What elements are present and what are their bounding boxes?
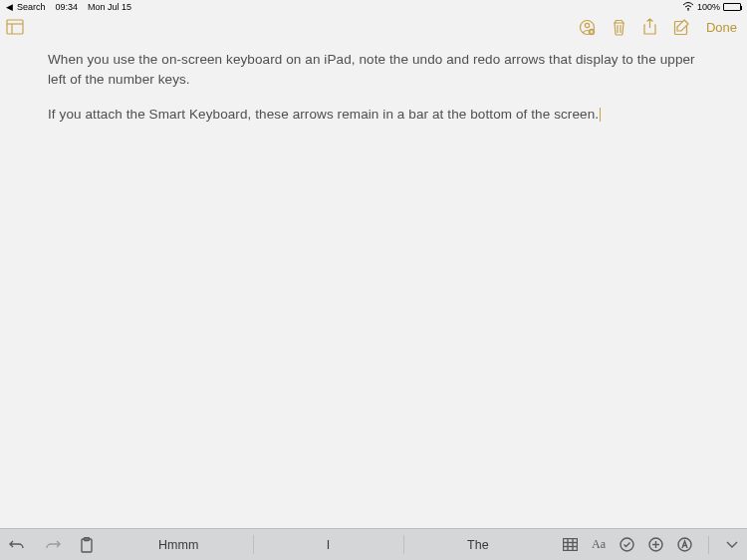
- done-button[interactable]: Done: [706, 20, 737, 35]
- note-body[interactable]: When you use the on-screen keyboard on a…: [0, 40, 747, 528]
- back-arrow-icon[interactable]: ◀: [6, 2, 13, 12]
- svg-point-15: [621, 538, 633, 551]
- svg-point-0: [687, 9, 689, 11]
- wifi-icon: [682, 2, 694, 13]
- text-format-icon[interactable]: Aa: [592, 537, 606, 552]
- notes-list-icon[interactable]: [6, 19, 24, 35]
- battery-pct: 100%: [697, 2, 720, 12]
- undo-icon[interactable]: [8, 538, 26, 552]
- prediction-bar: Hmmm I The: [104, 529, 553, 560]
- prediction-item[interactable]: I: [253, 529, 402, 560]
- share-icon[interactable]: [642, 18, 657, 36]
- divider: [708, 536, 709, 554]
- note-paragraph: If you attach the Smart Keyboard, these …: [48, 105, 699, 125]
- ios-status-bar: ◀ Search 09:34 Mon Jul 15 100%: [0, 0, 747, 14]
- table-icon[interactable]: [563, 538, 578, 551]
- svg-rect-1: [7, 20, 23, 34]
- status-date: Mon Jul 15: [88, 2, 131, 12]
- text-cursor: [600, 108, 601, 122]
- checklist-icon[interactable]: [620, 537, 634, 552]
- prediction-item[interactable]: Hmmm: [104, 529, 253, 560]
- note-paragraph: When you use the on-screen keyboard on a…: [48, 50, 699, 89]
- collaborate-icon[interactable]: [579, 19, 596, 36]
- markup-icon[interactable]: [677, 537, 692, 552]
- status-time: 09:34: [56, 2, 79, 12]
- notes-toolbar: Done: [0, 14, 747, 40]
- back-app-label[interactable]: Search: [17, 2, 46, 12]
- add-attachment-icon[interactable]: [648, 537, 663, 552]
- prediction-item[interactable]: The: [403, 529, 553, 560]
- new-note-icon[interactable]: [673, 19, 690, 36]
- redo-icon[interactable]: [44, 538, 62, 552]
- clipboard-icon[interactable]: [80, 537, 94, 553]
- trash-icon[interactable]: [612, 19, 626, 36]
- svg-rect-10: [564, 539, 578, 551]
- dismiss-keyboard-icon[interactable]: [725, 540, 739, 550]
- keyboard-accessory-bar: Hmmm I The Aa: [0, 528, 747, 560]
- battery-icon: [723, 3, 741, 11]
- svg-point-5: [585, 23, 589, 27]
